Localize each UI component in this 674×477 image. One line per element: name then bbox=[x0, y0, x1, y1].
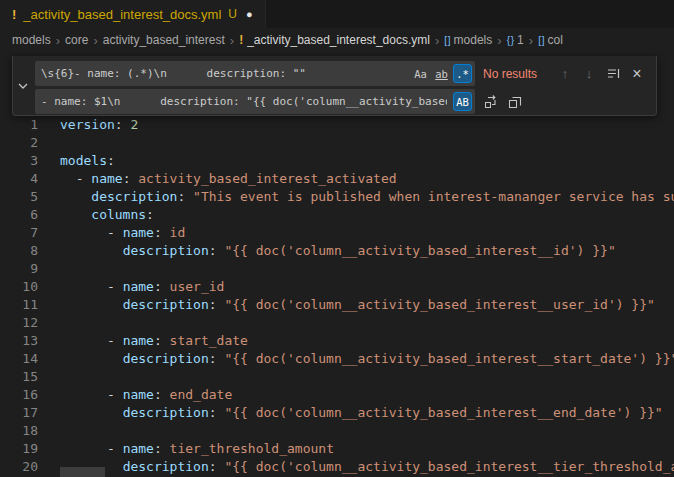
code-lines[interactable]: 1version: 223models:4 - name: activity_b… bbox=[0, 116, 674, 476]
symbol-icon: [ ] bbox=[444, 35, 449, 46]
line-number: 14 bbox=[0, 350, 38, 368]
whole-word-toggle[interactable]: ab bbox=[432, 64, 451, 83]
line-number: 8 bbox=[0, 242, 38, 260]
breadcrumb-separator-icon: › bbox=[93, 33, 97, 48]
tab-filename: _activity_based_interest_docs.yml bbox=[23, 7, 221, 22]
code-line[interactable]: 4 - name: activity_based_interest_activa… bbox=[0, 170, 674, 188]
find-results-count: No results bbox=[483, 67, 549, 81]
next-match-button[interactable]: ↓ bbox=[579, 64, 599, 84]
code-line[interactable]: 7 - name: id bbox=[0, 224, 674, 242]
line-number: 3 bbox=[0, 152, 38, 170]
line-number: 20 bbox=[0, 458, 38, 476]
replace-all-button[interactable] bbox=[505, 92, 525, 112]
line-number: 9 bbox=[0, 260, 38, 278]
breadcrumb-separator-icon: › bbox=[56, 33, 60, 48]
breadcrumb-item[interactable]: [ ]col bbox=[538, 33, 563, 47]
breadcrumb-separator-icon: › bbox=[230, 33, 234, 48]
line-number: 11 bbox=[0, 296, 38, 314]
breadcrumb-item[interactable]: models bbox=[12, 33, 51, 47]
breadcrumb-separator-icon: › bbox=[497, 33, 501, 48]
match-case-toggle[interactable]: Aa bbox=[411, 64, 430, 83]
selection-icon bbox=[606, 66, 621, 81]
symbol-icon: [ ] bbox=[538, 35, 543, 46]
find-in-selection-button[interactable] bbox=[603, 64, 623, 84]
line-number: 6 bbox=[0, 206, 38, 224]
replace-icon bbox=[483, 94, 499, 110]
line-number: 2 bbox=[0, 134, 38, 152]
replace-input[interactable] bbox=[35, 89, 475, 114]
close-find-widget-button[interactable]: × bbox=[627, 64, 647, 84]
horizontal-scrollbar[interactable] bbox=[60, 467, 105, 477]
code-line[interactable]: 13 - name: start_date bbox=[0, 332, 674, 350]
code-line[interactable]: 2 bbox=[0, 134, 674, 152]
line-number: 7 bbox=[0, 224, 38, 242]
code-line[interactable]: 19 - name: tier_threshold_amount bbox=[0, 440, 674, 458]
code-line[interactable]: 17 description: "{{ doc('column__activit… bbox=[0, 404, 674, 422]
breadcrumb-item[interactable]: [ ]models bbox=[444, 33, 492, 47]
breadcrumb-separator-icon: › bbox=[435, 33, 439, 48]
code-line[interactable]: 12 bbox=[0, 314, 674, 332]
tab-bar: ! _activity_based_interest_docs.yml U ● bbox=[0, 0, 674, 28]
code-line[interactable]: 18 bbox=[0, 422, 674, 440]
regex-toggle[interactable]: .* bbox=[453, 64, 472, 83]
find-input[interactable] bbox=[35, 61, 475, 86]
code-line[interactable]: 8 description: "{{ doc('column__activity… bbox=[0, 242, 674, 260]
dirty-indicator[interactable]: ● bbox=[246, 8, 253, 20]
git-status-badge: U bbox=[228, 7, 237, 21]
breadcrumb-item[interactable]: core bbox=[65, 33, 88, 47]
previous-match-button[interactable]: ↑ bbox=[555, 64, 575, 84]
line-number: 1 bbox=[0, 116, 38, 134]
line-number: 12 bbox=[0, 314, 38, 332]
replace-row: AB bbox=[35, 89, 652, 114]
find-replace-widget: Aa ab .* No results ↑ ↓ bbox=[12, 56, 657, 116]
line-number: 19 bbox=[0, 440, 38, 458]
replace-all-icon bbox=[507, 94, 523, 110]
line-number: 15 bbox=[0, 368, 38, 386]
breadcrumb: models›core›activity_based_interest›!_ac… bbox=[0, 28, 674, 52]
code-line[interactable]: 14 description: "{{ doc('column__activit… bbox=[0, 350, 674, 368]
symbol-icon: { } bbox=[507, 35, 513, 46]
code-line[interactable]: 9 bbox=[0, 260, 674, 278]
code-line[interactable]: 6 columns: bbox=[0, 206, 674, 224]
code-line[interactable]: 11 description: "{{ doc('column__activit… bbox=[0, 296, 674, 314]
code-line[interactable]: 16 - name: end_date bbox=[0, 386, 674, 404]
find-row: Aa ab .* No results ↑ ↓ bbox=[35, 61, 652, 86]
line-number: 10 bbox=[0, 278, 38, 296]
editor-pane[interactable]: Aa ab .* No results ↑ ↓ bbox=[0, 52, 674, 477]
code-line[interactable]: 1version: 2 bbox=[0, 116, 674, 134]
code-line[interactable]: 15 bbox=[0, 368, 674, 386]
breadcrumb-item[interactable]: !_activity_based_interest_docs.yml bbox=[239, 33, 430, 47]
breadcrumb-item[interactable]: activity_based_interest bbox=[103, 33, 225, 47]
line-number: 16 bbox=[0, 386, 38, 404]
line-number: 17 bbox=[0, 404, 38, 422]
replace-button[interactable] bbox=[481, 92, 501, 112]
line-number: 13 bbox=[0, 332, 38, 350]
code-line[interactable]: 10 - name: user_id bbox=[0, 278, 674, 296]
preserve-case-toggle[interactable]: AB bbox=[453, 92, 472, 111]
vscode-window: ! _activity_based_interest_docs.yml U ● … bbox=[0, 0, 674, 477]
breadcrumb-separator-icon: › bbox=[529, 33, 533, 48]
line-number: 5 bbox=[0, 188, 38, 206]
chevron-down-icon bbox=[18, 83, 28, 89]
code-line[interactable]: 3models: bbox=[0, 152, 674, 170]
code-line[interactable]: 5 description: "This event is published … bbox=[0, 188, 674, 206]
editor-tab[interactable]: ! _activity_based_interest_docs.yml U ● bbox=[0, 0, 266, 28]
breadcrumb-item[interactable]: { }1 bbox=[507, 33, 524, 47]
yaml-file-icon: ! bbox=[12, 7, 16, 22]
toggle-replace-button[interactable] bbox=[13, 56, 33, 115]
line-number: 4 bbox=[0, 170, 38, 188]
yaml-file-icon: ! bbox=[239, 33, 243, 47]
line-number: 18 bbox=[0, 422, 38, 440]
